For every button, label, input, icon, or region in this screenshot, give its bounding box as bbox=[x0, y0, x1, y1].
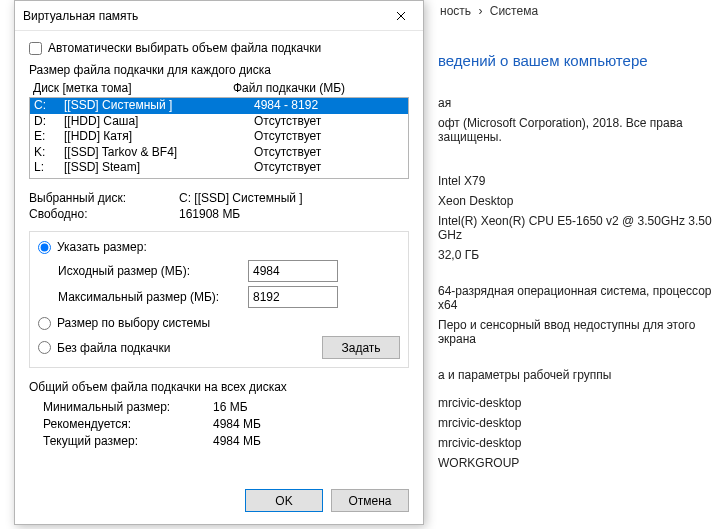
bg-text: Intel(R) Xeon(R) CPU E5-1650 v2 @ 3.50GH… bbox=[438, 211, 713, 245]
close-icon bbox=[396, 11, 406, 21]
initial-size-input[interactable] bbox=[248, 260, 338, 282]
totals-label: Общий объем файла подкачки на всех диска… bbox=[29, 380, 409, 394]
cancel-button[interactable]: Отмена bbox=[331, 489, 409, 512]
radio-system-input[interactable] bbox=[38, 317, 51, 330]
auto-manage-label: Автоматически выбирать объем файла подка… bbox=[48, 41, 321, 55]
max-size-label: Максимальный размер (МБ): bbox=[58, 290, 248, 304]
header-pagefile: Файл подкачки (МБ) bbox=[233, 81, 409, 95]
drive-row[interactable]: E:[[HDD] Катя]Отсутствует bbox=[30, 129, 408, 145]
bg-text: Xeon Desktop bbox=[438, 191, 713, 211]
bg-text: mrcivic-desktop bbox=[438, 433, 713, 453]
bg-text: mrcivic-desktop bbox=[438, 393, 713, 413]
page-heading: ведений о вашем компьютере bbox=[438, 52, 713, 69]
initial-size-label: Исходный размер (МБ): bbox=[58, 264, 248, 278]
bg-text: а и параметры рабочей группы bbox=[438, 365, 713, 385]
radio-system-managed[interactable]: Размер по выбору системы bbox=[38, 316, 400, 330]
drive-list[interactable]: C:[[SSD] Системный ]4984 - 8192D:[[HDD] … bbox=[29, 97, 409, 179]
bg-text: mrcivic-desktop bbox=[438, 413, 713, 433]
auto-manage-checkbox[interactable] bbox=[29, 42, 42, 55]
max-size-row: Максимальный размер (МБ): bbox=[58, 286, 400, 308]
radio-custom-size[interactable]: Указать размер: bbox=[38, 240, 400, 254]
radio-no-pagefile[interactable]: Без файла подкачки bbox=[38, 341, 322, 355]
breadcrumb: ность › Система bbox=[438, 2, 713, 24]
titlebar: Виртуальная память bbox=[15, 1, 423, 31]
bg-text: 32,0 ГБ bbox=[438, 245, 713, 265]
max-size-input[interactable] bbox=[248, 286, 338, 308]
radio-none-input[interactable] bbox=[38, 341, 51, 354]
free-space-row: Свободно: 161908 МБ bbox=[29, 207, 409, 221]
virtual-memory-dialog: Виртуальная память Автоматически выбират… bbox=[14, 0, 424, 525]
bg-text: офт (Microsoft Corporation), 2018. Все п… bbox=[438, 113, 713, 147]
bg-text: WORKGROUP bbox=[438, 453, 713, 473]
bg-text: Перо и сенсорный ввод недоступны для это… bbox=[438, 315, 713, 349]
ok-button[interactable]: OK bbox=[245, 489, 323, 512]
drive-row[interactable]: D:[[HDD] Саша]Отсутствует bbox=[30, 114, 408, 130]
initial-size-row: Исходный размер (МБ): bbox=[58, 260, 400, 282]
drive-row[interactable]: L:[[SSD] Steam]Отсутствует bbox=[30, 160, 408, 176]
radio-custom-input[interactable] bbox=[38, 241, 51, 254]
totals-section: Общий объем файла подкачки на всех диска… bbox=[29, 380, 409, 448]
bg-text: ая bbox=[438, 93, 713, 113]
pagefile-options-group: Указать размер: Исходный размер (МБ): Ма… bbox=[29, 231, 409, 368]
dialog-title: Виртуальная память bbox=[15, 9, 379, 23]
bg-text: Intel X79 bbox=[438, 171, 713, 191]
close-button[interactable] bbox=[379, 1, 423, 31]
dialog-footer: OK Отмена bbox=[15, 479, 423, 524]
header-disk: Диск [метка тома] bbox=[33, 81, 233, 95]
drives-section-label: Размер файла подкачки для каждого диска bbox=[29, 63, 409, 77]
set-button[interactable]: Задать bbox=[322, 336, 400, 359]
auto-manage-checkbox-row[interactable]: Автоматически выбирать объем файла подка… bbox=[29, 41, 409, 55]
selected-disk-row: Выбранный диск: C: [[SSD] Системный ] bbox=[29, 191, 409, 205]
bg-text: 64-разрядная операционная система, проце… bbox=[438, 281, 713, 315]
drive-row[interactable]: K:[[SSD] Tarkov & BF4]Отсутствует bbox=[30, 145, 408, 161]
drive-row[interactable]: C:[[SSD] Системный ]4984 - 8192 bbox=[30, 98, 408, 114]
drive-list-header: Диск [метка тома] Файл подкачки (МБ) bbox=[29, 79, 409, 97]
